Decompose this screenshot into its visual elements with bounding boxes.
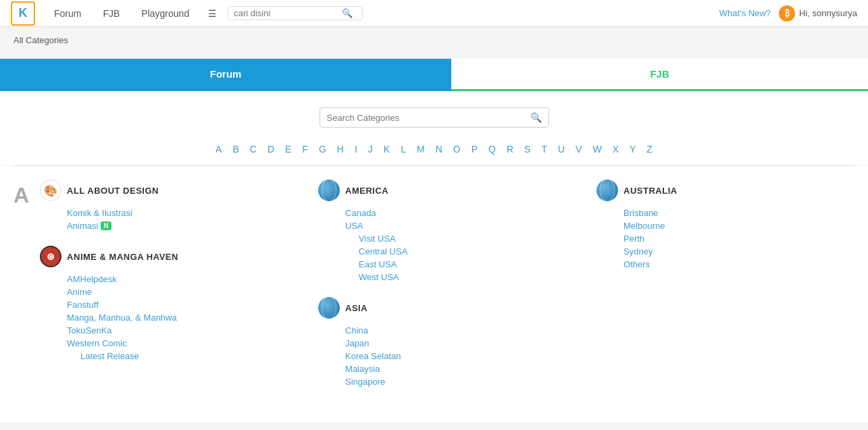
column-1: 🎨 ALL ABOUT DESIGN Komik & Ilustrasi Ani… [40, 180, 298, 402]
link-china[interactable]: China [345, 325, 368, 335]
logo[interactable]: K [11, 1, 35, 26]
alpha-d[interactable]: D [263, 142, 278, 156]
main-nav: Forum FJB Playground [43, 0, 200, 27]
link-perth[interactable]: Perth [623, 234, 644, 244]
alpha-b[interactable]: B [228, 142, 242, 156]
list-item: China [345, 324, 576, 337]
group-title-amh: ANIME & MANGA HAVEN [67, 252, 178, 262]
alpha-i[interactable]: I [351, 142, 361, 156]
bitcoin-icon: ₿ [779, 5, 795, 22]
tab-forum[interactable]: Forum [0, 59, 451, 91]
western-comic-subitems: Latest Release [67, 350, 298, 362]
list-item: Others [623, 258, 854, 271]
list-item: TokuSenKa [67, 324, 298, 337]
alpha-m[interactable]: M [413, 142, 429, 156]
list-item: Anime [67, 286, 298, 298]
alpha-e[interactable]: E [281, 142, 295, 156]
column-2: AMERICA Canada USA Visit USA [318, 180, 576, 402]
menu-icon[interactable]: ☰ [200, 0, 225, 27]
link-central-usa[interactable]: Central USA [359, 246, 407, 257]
group-all-about-design: 🎨 ALL ABOUT DESIGN Komik & Ilustrasi Ani… [40, 180, 298, 232]
alpha-l[interactable]: L [397, 142, 410, 156]
globe-icon-america [318, 180, 340, 201]
alpha-j[interactable]: J [364, 142, 377, 156]
alpha-t[interactable]: T [537, 142, 551, 156]
alpha-o[interactable]: O [449, 142, 465, 156]
logo-text: K [19, 6, 28, 20]
header-search[interactable]: 🔍 [228, 6, 363, 20]
alpha-a[interactable]: A [211, 142, 226, 156]
link-usa[interactable]: USA [345, 221, 363, 231]
alpha-k[interactable]: K [380, 142, 394, 156]
usa-subitems: Visit USA Central USA East USA West USA [345, 232, 576, 284]
link-brisbane[interactable]: Brisbane [623, 208, 658, 218]
whats-new-link[interactable]: What's New? [719, 8, 771, 18]
alpha-u[interactable]: U [554, 142, 569, 156]
link-melbourne[interactable]: Melbourne [623, 221, 665, 231]
badge-new: N [101, 221, 111, 230]
link-anime[interactable]: Anime [67, 287, 92, 297]
australia-items: Brisbane Melbourne Perth Sydney Others [596, 207, 854, 271]
search-categories-input[interactable] [327, 113, 530, 123]
alpha-z[interactable]: Z [642, 142, 657, 156]
group-header-america: AMERICA [318, 180, 576, 201]
link-japan[interactable]: Japan [345, 338, 369, 348]
breadcrumb: All Categories [0, 27, 868, 53]
alpha-y[interactable]: Y [626, 142, 640, 156]
alpha-r[interactable]: R [503, 142, 517, 156]
header: K Forum FJB Playground ☰ 🔍 What's New? ₿… [0, 0, 868, 27]
link-korea-selatan[interactable]: Korea Selatan [345, 351, 401, 361]
link-east-usa[interactable]: East USA [359, 259, 397, 269]
link-sydney[interactable]: Sydney [623, 246, 653, 257]
user-area: ₿ Hi, sonnysurya [779, 5, 857, 22]
link-komik[interactable]: Komik & Ilustrasi [67, 208, 132, 218]
alpha-h[interactable]: H [333, 142, 348, 156]
link-western-comic[interactable]: Western Comic [67, 338, 127, 348]
alpha-x[interactable]: X [609, 142, 623, 156]
search-box-icon: 🔍 [530, 112, 542, 123]
nav-forum[interactable]: Forum [43, 0, 92, 27]
link-canada[interactable]: Canada [345, 208, 376, 218]
group-title-asia: ASIA [345, 303, 367, 313]
list-item: USA [345, 219, 576, 232]
link-animasi[interactable]: Animasi [67, 221, 98, 231]
header-search-input[interactable] [234, 8, 342, 18]
list-item: Perth [623, 232, 854, 245]
link-manga[interactable]: Manga, Manhua, & Manhwa [67, 313, 177, 323]
alpha-f[interactable]: F [298, 142, 312, 156]
link-tokusenka[interactable]: TokuSenKa [67, 325, 112, 335]
link-west-usa[interactable]: West USA [359, 272, 399, 282]
nav-playground[interactable]: Playground [130, 0, 200, 27]
list-item: Komik & Ilustrasi [67, 207, 298, 219]
link-latest-release[interactable]: Latest Release [80, 351, 139, 361]
alpha-q[interactable]: Q [484, 142, 500, 156]
alpha-g[interactable]: G [315, 142, 330, 156]
alpha-w[interactable]: W [588, 142, 605, 156]
group-title-aad: ALL ABOUT DESIGN [67, 186, 159, 196]
list-item: Fanstuff [67, 298, 298, 311]
link-others[interactable]: Others [623, 259, 650, 269]
link-visit-usa[interactable]: Visit USA [359, 234, 396, 244]
link-singapore[interactable]: Singapore [345, 377, 385, 387]
alpha-s[interactable]: S [520, 142, 534, 156]
globe-icon-australia [596, 180, 618, 201]
category-tabs: Forum FJB [0, 59, 868, 91]
alpha-v[interactable]: V [571, 142, 586, 156]
alpha-n[interactable]: N [432, 142, 446, 156]
group-header-asia: ASIA [318, 297, 576, 319]
link-malaysia[interactable]: Malaysia [345, 364, 380, 374]
username-label: Hi, sonnysurya [799, 8, 857, 18]
palette-icon: 🎨 [40, 180, 61, 201]
list-item: Visit USA [359, 232, 576, 245]
header-right: What's New? ₿ Hi, sonnysurya [719, 5, 857, 22]
list-item: Japan [345, 337, 576, 350]
globe-icon-asia [318, 297, 340, 319]
alpha-p[interactable]: P [467, 142, 482, 156]
link-fanstuff[interactable]: Fanstuff [67, 300, 99, 310]
search-box[interactable]: 🔍 [320, 107, 549, 128]
anime-icon: ⊛ [40, 246, 61, 267]
link-amhelpdesk[interactable]: AMHelpdesk [67, 274, 117, 284]
tab-fjb[interactable]: FJB [451, 59, 868, 91]
nav-fjb[interactable]: FJB [92, 0, 130, 27]
alpha-c[interactable]: C [246, 142, 261, 156]
